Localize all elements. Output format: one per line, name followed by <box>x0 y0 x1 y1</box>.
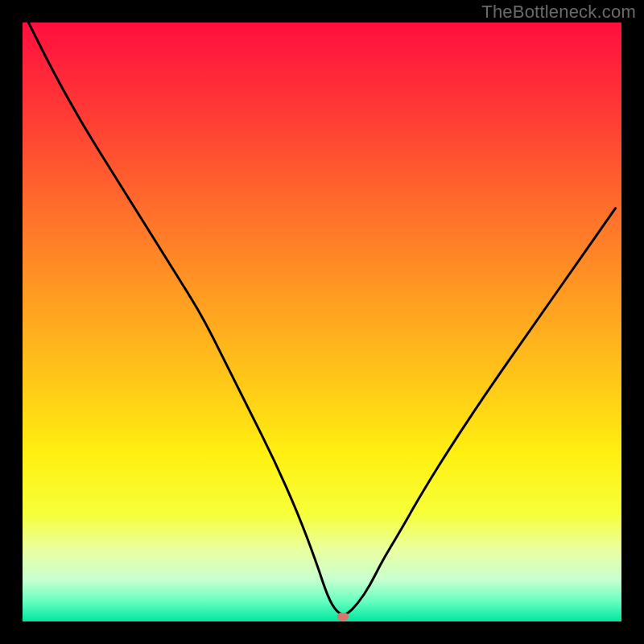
plot-area <box>23 23 621 621</box>
chart-frame: TheBottleneck.com <box>0 0 644 644</box>
bottleneck-curve <box>28 23 615 614</box>
curve-layer <box>23 23 621 621</box>
watermark-text: TheBottleneck.com <box>481 2 636 23</box>
optimum-marker <box>337 613 349 621</box>
